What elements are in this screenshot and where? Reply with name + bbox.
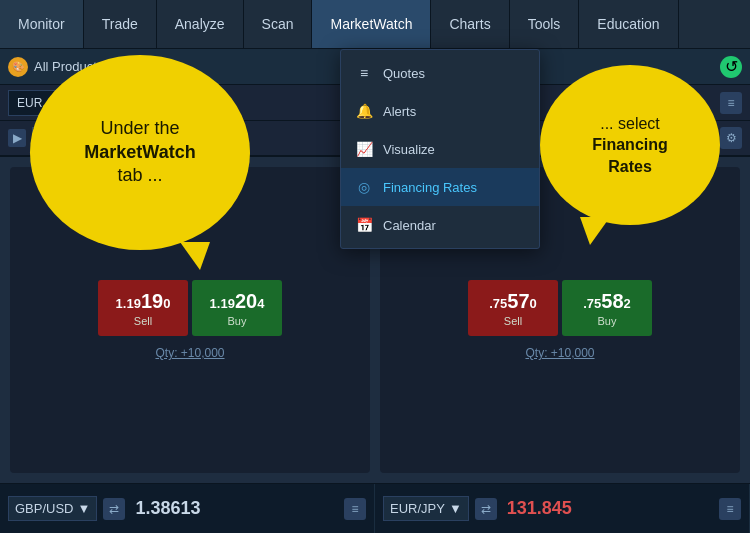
- dropdown-alerts[interactable]: 🔔 Alerts: [341, 92, 539, 130]
- marketwatch-dropdown: ≡ Quotes 🔔 Alerts 📈 Visualize ◎ Financin…: [340, 49, 540, 249]
- pair1-menu-icon[interactable]: ≡: [344, 498, 366, 520]
- sell-label-2: Sell: [504, 315, 522, 327]
- pair2-transfer-icon[interactable]: ⇄: [475, 498, 497, 520]
- status-pair-2: EUR/JPY ▼ ⇄ 131.845 ≡: [375, 484, 750, 533]
- buy-label-2: Buy: [598, 315, 617, 327]
- nav-tools[interactable]: Tools: [510, 0, 580, 48]
- sell-post-1: 0: [163, 296, 170, 311]
- buy-pre-2: .75: [583, 296, 601, 311]
- visualize-icon: 📈: [355, 140, 373, 158]
- sell-pre-1: 1.19: [116, 296, 141, 311]
- price-row-1: 1.19190 Sell 1.19204 Buy: [98, 280, 282, 336]
- alerts-icon: 🔔: [355, 102, 373, 120]
- qty-2[interactable]: Qty: +10,000: [525, 346, 594, 360]
- dropdown-visualize[interactable]: 📈 Visualize: [341, 130, 539, 168]
- buy-post-1: 4: [257, 296, 264, 311]
- nav-scan[interactable]: Scan: [244, 0, 313, 48]
- buy-button-1[interactable]: 1.19204 Buy: [192, 280, 282, 336]
- dropdown-calendar[interactable]: 📅 Calendar: [341, 206, 539, 244]
- bubble-left: Under the MarketWatch tab ...: [30, 55, 250, 250]
- dropdown-quotes[interactable]: ≡ Quotes: [341, 54, 539, 92]
- price-row-2: .75570 Sell .75582 Buy: [468, 280, 652, 336]
- buy-pre-1: 1.19: [210, 296, 235, 311]
- sell-big-2: 57: [507, 290, 529, 313]
- nav-bar: Monitor Trade Analyze Scan MarketWatch C…: [0, 0, 750, 49]
- pair2-menu-icon[interactable]: ≡: [719, 498, 741, 520]
- buy-big-2: 58: [601, 290, 623, 313]
- nav-education[interactable]: Education: [579, 0, 678, 48]
- financing-icon: ◎: [355, 178, 373, 196]
- pair1-transfer-icon[interactable]: ⇄: [103, 498, 125, 520]
- sell-button-2[interactable]: .75570 Sell: [468, 280, 558, 336]
- status-pair-1: GBP/USD ▼ ⇄ 1.38613 ≡: [0, 484, 375, 533]
- nav-monitor[interactable]: Monitor: [0, 0, 84, 48]
- refresh-icon[interactable]: ↺: [720, 56, 742, 78]
- pair-select-1[interactable]: GBP/USD ▼: [8, 496, 97, 521]
- sell-big-1: 19: [141, 290, 163, 313]
- sell-post-2: 0: [530, 296, 537, 311]
- bubble-right: ... select FinancingRates: [540, 65, 720, 225]
- pair-select-2[interactable]: EUR/JPY ▼: [383, 496, 469, 521]
- sell-button-1[interactable]: 1.19190 Sell: [98, 280, 188, 336]
- calendar-icon: 📅: [355, 216, 373, 234]
- nav-trade[interactable]: Trade: [84, 0, 157, 48]
- sell-pre-2: .75: [489, 296, 507, 311]
- product-icon: 🎨: [8, 57, 28, 77]
- nav-marketwatch[interactable]: MarketWatch: [312, 0, 431, 48]
- nav-analyze[interactable]: Analyze: [157, 0, 244, 48]
- sell-label-1: Sell: [134, 315, 152, 327]
- list-icon[interactable]: ≡: [720, 92, 742, 114]
- buy-button-2[interactable]: .75582 Buy: [562, 280, 652, 336]
- nav-charts[interactable]: Charts: [431, 0, 509, 48]
- pair1-price: 1.38613: [135, 498, 200, 519]
- status-bar: GBP/USD ▼ ⇄ 1.38613 ≡ EUR/JPY ▼ ⇄ 131.84…: [0, 483, 750, 533]
- dropdown-financing-rates[interactable]: ◎ Financing Rates: [341, 168, 539, 206]
- buy-big-1: 20: [235, 290, 257, 313]
- settings-icon[interactable]: ⚙: [720, 127, 742, 149]
- expand-icon[interactable]: ▶: [8, 129, 26, 147]
- quotes-icon: ≡: [355, 64, 373, 82]
- qty-1[interactable]: Qty: +10,000: [155, 346, 224, 360]
- buy-label-1: Buy: [228, 315, 247, 327]
- buy-post-2: 2: [624, 296, 631, 311]
- pair2-price: 131.845: [507, 498, 572, 519]
